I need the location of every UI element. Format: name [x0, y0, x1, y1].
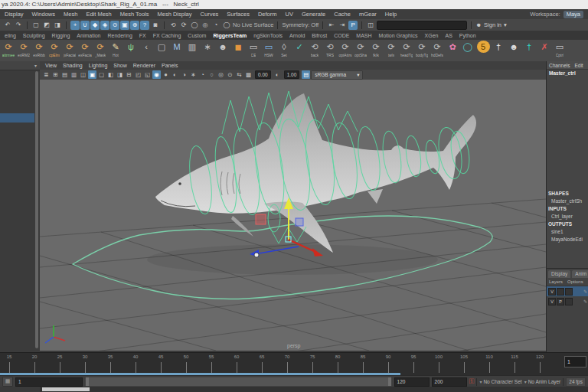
shark-model[interactable]: [155, 93, 476, 253]
history-icon[interactable]: ◎: [201, 21, 210, 30]
lock-icon[interactable]: ◙: [151, 21, 160, 30]
menu-item[interactable]: Deform: [258, 11, 277, 18]
shelf-tab[interactable]: XGen: [425, 33, 439, 38]
shelf-button[interactable]: ▭ CE: [247, 41, 260, 57]
channel-box-entry[interactable]: SHAPES: [547, 190, 588, 198]
shelf-button[interactable]: ⟲ back: [308, 41, 322, 57]
selection-mode-icon[interactable]: ▢: [31, 21, 41, 30]
outliner-panel[interactable]: ▾: [0, 61, 41, 352]
shelf-button[interactable]: ✎ Hot: [109, 41, 122, 57]
viewport-toolbar-icon[interactable]: ◫: [79, 70, 87, 79]
gamma-field[interactable]: 1.00: [284, 70, 300, 79]
pencil-icon[interactable]: ✎: [583, 299, 587, 304]
viewport-toolbar-icon[interactable]: ◱: [143, 70, 152, 79]
shelf-tab[interactable]: Rigging: [52, 33, 70, 38]
shelf-button[interactable]: ▭ HSW: [262, 41, 276, 57]
shelf-button[interactable]: ⟳ exRM2: [17, 41, 31, 57]
layer-visibility-toggle[interactable]: V: [548, 298, 556, 305]
exposure-field[interactable]: 0.00: [255, 70, 271, 79]
panel-menu-item[interactable]: Shading: [63, 63, 83, 68]
snap-icon[interactable]: ⊕: [130, 21, 139, 30]
current-frame-field[interactable]: 1: [564, 356, 586, 368]
shelf-tab[interactable]: Sculpting: [23, 33, 45, 38]
menu-item[interactable]: mGear: [359, 11, 377, 18]
layer-mode-toggle[interactable]: [565, 298, 573, 305]
shelf-button[interactable]: ✿: [446, 41, 459, 57]
shelf-button[interactable]: ⟳ _Mask: [93, 41, 107, 57]
exposure-toggle-icon[interactable]: ◐: [273, 70, 282, 79]
shelf-button[interactable]: ⟳ cpElm: [47, 41, 61, 57]
shelf-tab[interactable]: FX: [139, 33, 146, 38]
shelf-tab[interactable]: eling: [5, 33, 16, 38]
panel-menu-item[interactable]: Show: [113, 63, 127, 68]
channel-box-entry[interactable]: INPUTS: [547, 205, 588, 213]
channel-box-entry[interactable]: Ctrl_layer: [547, 213, 588, 220]
shelf-button[interactable]: ⟳ twIs: [384, 41, 398, 57]
channel-box-entry[interactable]: Master_ctrlSh: [547, 198, 588, 205]
viewport-toolbar-icon[interactable]: ◧: [106, 70, 115, 79]
snap-icon[interactable]: +: [70, 21, 80, 30]
shelf-button[interactable]: ◯: [461, 41, 475, 57]
outliner-scrollbar[interactable]: [35, 71, 38, 348]
menu-item[interactable]: Generate: [302, 11, 325, 18]
selection-mode-icon[interactable]: ◨: [53, 21, 62, 30]
viewport-toolbar-icon[interactable]: ≣: [42, 70, 51, 79]
viewport-toolbar-icon[interactable]: ◉: [152, 70, 161, 79]
undo-redo-icon[interactable]: ↷: [14, 21, 23, 30]
time-slider[interactable]: 15 20 25 30 35 40 45 50: [0, 352, 588, 376]
channel-box-entry[interactable]: MayaNodeEdi: [547, 236, 588, 243]
viewport-toolbar-icon[interactable]: ◨: [116, 70, 124, 79]
menu-item[interactable]: Cache: [334, 11, 351, 18]
history-icon[interactable]: ⟲: [168, 21, 178, 30]
shelf-button[interactable]: ▢: [155, 41, 168, 57]
channel-box-menu-item[interactable]: Edit: [574, 63, 583, 68]
viewport-canvas[interactable]: persp: [40, 80, 546, 351]
shelf-button[interactable]: ◊ Set: [277, 41, 291, 57]
pencil-icon[interactable]: ✎: [583, 289, 587, 294]
shelf-button[interactable]: ◼: [231, 41, 245, 57]
shelf-button[interactable]: ⟳ hdDefs: [430, 41, 444, 57]
shelf-tab[interactable]: Animation: [77, 33, 100, 38]
range-grip-left[interactable]: [86, 377, 89, 386]
shelf-button[interactable]: ⟳ exFacia: [78, 41, 92, 57]
menu-item[interactable]: Mesh: [64, 11, 77, 18]
display-layer-row[interactable]: V P ✎: [547, 296, 588, 306]
workspace-selector[interactable]: Maya: [564, 11, 583, 18]
channel-box-entry[interactable]: sine1: [547, 228, 588, 236]
playback-end-field[interactable]: 120: [394, 377, 430, 387]
shelf-button[interactable]: ‹: [139, 41, 153, 57]
command-line-input[interactable]: [42, 387, 90, 391]
snap-icon[interactable]: ⊙: [110, 21, 119, 30]
shelf-button[interactable]: ⟲ TRS: [323, 41, 337, 57]
channel-box-entry[interactable]: OUTPUTS: [547, 220, 588, 228]
shelf-button[interactable]: M: [170, 41, 184, 57]
history-icon[interactable]: ◔: [211, 21, 220, 30]
view-transform-dropdown[interactable]: sRGB gamma▾: [311, 70, 363, 80]
shelf-button[interactable]: ✗: [537, 41, 551, 57]
panel-menu-item[interactable]: Panels: [162, 63, 178, 68]
viewport-toolbar-icon[interactable]: ●: [162, 70, 170, 79]
range-slider[interactable]: [85, 377, 392, 387]
layer-editor-menu-item[interactable]: Options: [567, 279, 583, 284]
range-grip-right[interactable]: [388, 377, 391, 386]
shelf-button[interactable]: †: [492, 41, 505, 57]
shelf-button[interactable]: 5: [476, 41, 490, 57]
manip-plane-x[interactable]: [256, 214, 266, 224]
shelf-button[interactable]: ⟳ attrmee: [2, 41, 15, 57]
shelf-button[interactable]: ψ: [124, 41, 138, 57]
fps-indicator[interactable]: 24 fps: [566, 377, 586, 387]
viewport-toolbar-icon[interactable]: ▤: [60, 70, 69, 79]
snap-icon[interactable]: ▣: [120, 21, 129, 30]
shelf-button[interactable]: ⟳ headTg: [400, 41, 413, 57]
layer-playback-toggle[interactable]: P: [557, 298, 564, 305]
viewport-toolbar-icon[interactable]: ∗: [189, 70, 198, 79]
shelf-button[interactable]: ⟳ jxFacial: [63, 41, 77, 57]
panel-toggle-icon[interactable]: ⇥: [338, 21, 347, 30]
shelf-tab[interactable]: Python: [459, 33, 476, 38]
shelf-button[interactable]: ☻: [216, 41, 230, 57]
viewport-toolbar-icon[interactable]: ⊞: [51, 70, 60, 79]
history-icon[interactable]: ◯: [222, 21, 231, 30]
sign-in-button[interactable]: ☻ Sign in ▾: [475, 21, 507, 28]
menu-item[interactable]: Mesh Display: [158, 11, 192, 18]
channel-box-menu-item[interactable]: Channels: [549, 63, 570, 68]
